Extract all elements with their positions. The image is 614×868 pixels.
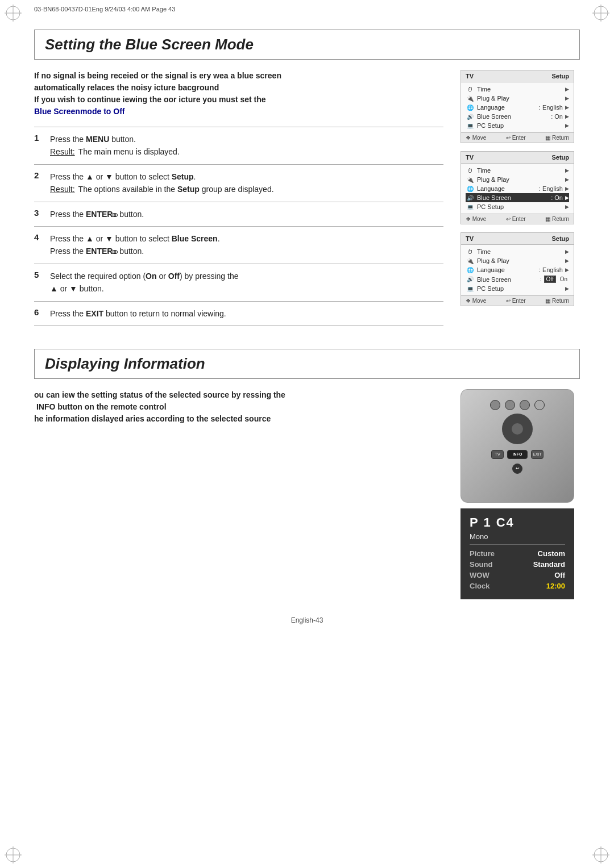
panel3-blue-label: Blue Screen xyxy=(477,276,537,283)
page-number: English-43 xyxy=(0,616,614,636)
panel1-row-blue: 🔊 Blue Screen : On ▶ xyxy=(466,112,569,121)
panel2-row-blue: 🔊 Blue Screen : On ▶ xyxy=(466,193,569,202)
panel1-blue-value: : On xyxy=(551,113,563,120)
info-label-wow: WOW xyxy=(470,571,489,579)
remote-btn-3 xyxy=(520,400,530,410)
panel3-lang-value: : English xyxy=(539,266,563,273)
info-display: P 1 C4 Mono Picture Custom Sound Standar… xyxy=(460,508,574,599)
intro-line1: If no signal is being receied or the sig… xyxy=(34,71,281,80)
reg-mark-tr xyxy=(592,5,609,22)
tv-panel-1: TV Setup ⏱ Time ▶ 🔌 Plug & Play ▶ xyxy=(460,70,574,143)
tv-panel-1-footer: ❖ Move ↩ Enter ▦ Return xyxy=(461,132,574,143)
panel2-lang-label: Language xyxy=(477,185,537,192)
p3-pc-icon: 💻 xyxy=(466,285,475,292)
panel1-header-left: TV xyxy=(466,73,474,80)
intro-blue-screen: Blue Scree⁠nmode to Off xyxy=(34,107,125,116)
step-content-2: Press the ▲ or ▼ button to select Setup.… xyxy=(50,164,443,202)
tv-panel-1-body: ⏱ Time ▶ 🔌 Plug & Play ▶ 🌐 Language : En… xyxy=(461,82,574,132)
section2-title-box: Displaying Information xyxy=(34,349,580,379)
plug-icon: 🔌 xyxy=(466,95,475,102)
section1-right: TV Setup ⏱ Time ▶ 🔌 Plug & Play ▶ xyxy=(460,70,580,326)
panel2-row-lang: 🌐 Language : English ▶ xyxy=(466,184,569,193)
remote-dpad-center xyxy=(512,423,523,435)
info-row-picture: Picture Custom xyxy=(470,549,565,558)
info-label-sound: Sound xyxy=(470,560,492,569)
step-content-1: Press the MENU button. Result: The main … xyxy=(50,127,443,165)
step-num-3: 3 xyxy=(34,202,50,226)
section1-title-box: Setting the Blue Screen Mode xyxy=(34,30,580,60)
section2-left: ou can iew the setting status of the sel… xyxy=(34,389,443,599)
result-label-2: Result: xyxy=(50,183,75,195)
panel3-row-plug: 🔌 Plug & Play ▶ xyxy=(466,256,569,265)
p3-blue-icon: 🔊 xyxy=(466,276,475,283)
step-row-3: 3 Press the ENTER⎄ button. xyxy=(34,202,443,226)
remote-btn-2 xyxy=(505,400,515,410)
info-label-picture: Picture xyxy=(470,549,495,558)
step-row-6: 6 Press the EXIT button to return to nor… xyxy=(34,301,443,326)
tv-panel-3: TV Setup ⏱ Time ▶ 🔌 Plug & Play ▶ xyxy=(460,232,574,306)
panel2-blue-label: Blue Screen xyxy=(477,194,549,201)
info-row-clock: Clock 12:00 xyxy=(470,582,565,590)
p3-time-icon: ⏱ xyxy=(466,248,475,255)
info-row-wow: WOW Off xyxy=(470,571,565,579)
header-meta: 03-BN68-00437D-01Eng 9/24/03 4:00 AM Pag… xyxy=(0,0,614,12)
result-text-1: The main menu is displayed. xyxy=(78,145,180,158)
remote-btn-4 xyxy=(534,400,545,410)
page-wrapper: 03-BN68-00437D-01Eng 9/24/03 4:00 AM Pag… xyxy=(0,0,614,868)
panel2-row-pc: 💻 PC Setup ▶ xyxy=(466,202,569,211)
info-value-picture: Custom xyxy=(538,549,565,558)
panel3-lang-label: Language xyxy=(477,266,537,273)
step-content-5: Select the required option (On or Off) b… xyxy=(50,264,443,301)
steps-table: 1 Press the MENU button. Result: The mai… xyxy=(34,127,443,326)
step-content-3: Press the ENTER⎄ button. xyxy=(50,202,443,226)
panel3-pc-label: PC Setup xyxy=(477,285,563,292)
panel3-blue-on-option: On xyxy=(558,276,569,282)
result-label-1: Result: xyxy=(50,145,75,158)
tv-panel-2-header: TV Setup xyxy=(461,152,574,164)
tv-panel-3-footer: ❖ Move ↩ Enter ▦ Return xyxy=(461,295,574,306)
panel3-row-time: ⏱ Time ▶ xyxy=(466,247,569,256)
step-row-2: 2 Press the ▲ or ▼ button to select Setu… xyxy=(34,164,443,202)
info-channel: P 1 C4 xyxy=(470,515,565,530)
tv-panel-2-footer: ❖ Move ↩ Enter ▦ Return xyxy=(461,214,574,224)
result-text-2: The options available in the Setup group… xyxy=(78,183,274,195)
step-row-4: 4 Press the ▲ or ▼ button to select Blue… xyxy=(34,226,443,264)
remote-middle-row: TV INFO EXIT xyxy=(491,450,544,459)
intro-line2: automatically relaces the noisy icture b… xyxy=(34,83,219,92)
section2-content-row: ou can iew the setting status of the sel… xyxy=(34,389,580,599)
section1-intro: If no signal is being receied or the sig… xyxy=(34,70,443,118)
tv-panel-3-body: ⏱ Time ▶ 🔌 Plug & Play ▶ 🌐 Language : En… xyxy=(461,245,574,295)
section1-title: Setting the Blue Screen Mode xyxy=(45,36,569,53)
step-num-6: 6 xyxy=(34,301,50,326)
p3-plug-icon: 🔌 xyxy=(466,257,475,264)
reg-mark-bl xyxy=(5,846,22,863)
remote-control-image: TV INFO EXIT ↩ xyxy=(460,389,574,503)
panel1-row-lang: 🌐 Language : English ▶ xyxy=(466,103,569,112)
remote-exit-btn: EXIT xyxy=(531,450,544,459)
step-content-6: Press the EXIT button to return to norma… xyxy=(50,301,443,326)
info-row-sound: Sound Standard xyxy=(470,560,565,569)
panel1-plug-label: Plug & Play xyxy=(477,95,563,102)
panel3-plug-label: Plug & Play xyxy=(477,257,563,264)
tv-panel-3-header: TV Setup xyxy=(461,233,574,245)
panel1-pc-label: PC Setup xyxy=(477,122,563,129)
p2-time-icon: ⏱ xyxy=(466,167,475,174)
panel1-row-pc: 💻 PC Setup ▶ xyxy=(466,121,569,130)
remote-btn-1 xyxy=(490,400,500,410)
panel2-lang-value: : English xyxy=(539,185,563,192)
panel3-blue-off-selected: Off xyxy=(544,276,556,283)
tv-panel-2: TV Setup ⏱ Time ▶ 🔌 Plug & Play ▶ xyxy=(460,151,574,224)
panel2-pc-label: PC Setup xyxy=(477,203,563,210)
panel2-time-label: Time xyxy=(477,167,563,174)
remote-info-btn: INFO xyxy=(507,450,528,459)
section1-left: If no signal is being receied or the sig… xyxy=(34,70,443,326)
step-row-1: 1 Press the MENU button. Result: The mai… xyxy=(34,127,443,165)
panel1-header-right: Setup xyxy=(551,73,569,80)
lang-icon: 🌐 xyxy=(466,104,475,111)
step-num-1: 1 xyxy=(34,127,50,165)
tv-panel-1-header: TV Setup xyxy=(461,70,574,82)
info-value-wow: Off xyxy=(554,571,565,579)
p3-lang-icon: 🌐 xyxy=(466,266,475,273)
step-num-4: 4 xyxy=(34,226,50,264)
panel3-time-label: Time xyxy=(477,248,563,255)
